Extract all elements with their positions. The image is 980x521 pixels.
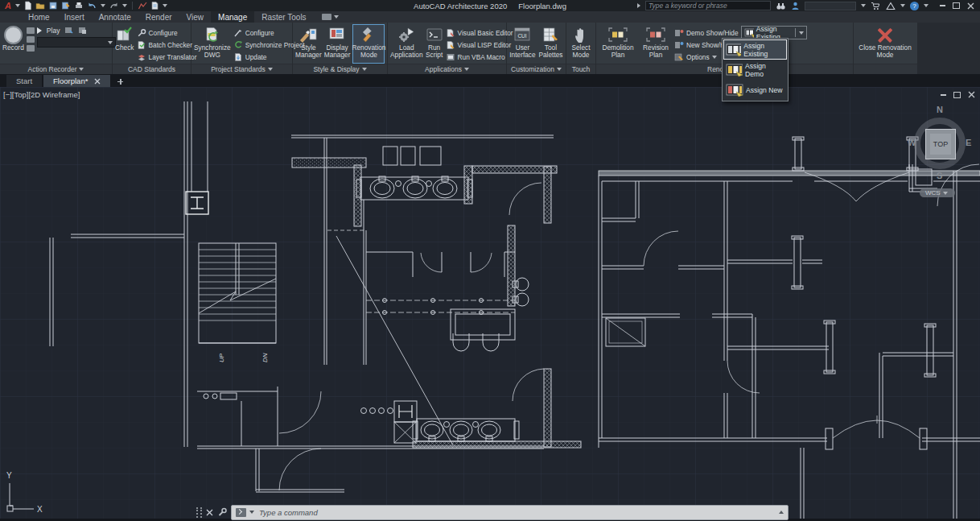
close-icon[interactable]	[967, 2, 974, 10]
record-button[interactable]: Record	[2, 24, 24, 64]
display-manager-button[interactable]: Display Manager	[324, 24, 351, 64]
check-button[interactable]: Check	[115, 24, 134, 64]
insert-base-point-icon[interactable]	[27, 36, 35, 43]
help-icon[interactable]: ?	[910, 2, 919, 10]
tool-palettes-button[interactable]: Tool Palettes	[538, 24, 563, 64]
sign-in-person-icon[interactable]	[791, 2, 800, 10]
tab-render[interactable]: Render	[138, 11, 179, 23]
viewcube-top-face[interactable]: TOP	[925, 129, 956, 159]
cart-icon[interactable]	[871, 2, 881, 10]
assign-caret-icon[interactable]	[799, 31, 804, 35]
undo-caret-icon[interactable]	[101, 4, 105, 7]
viewcube-west[interactable]: W	[908, 138, 916, 147]
search-collapse-icon[interactable]	[637, 3, 640, 8]
user-interface-button[interactable]: CUI User Interface	[509, 24, 536, 64]
redo-caret-icon[interactable]	[122, 4, 127, 7]
play-button[interactable]: Play	[37, 27, 60, 35]
tab-raster-tools[interactable]: Raster Tools	[254, 11, 313, 23]
panel-label-applications[interactable]: Applications	[388, 64, 506, 74]
customize-qat-caret-icon[interactable]	[163, 4, 167, 7]
menu-item-assign-new[interactable]: Assign New	[723, 80, 787, 100]
command-close-icon[interactable]	[206, 509, 213, 516]
configure-standards-button[interactable]: Configure	[137, 27, 197, 39]
doc-minimize-icon[interactable]	[941, 94, 946, 96]
redo-icon[interactable]	[109, 1, 119, 10]
style-manager-button[interactable]: Style Manager	[295, 24, 322, 64]
viewcube-north[interactable]: N	[937, 105, 943, 114]
menu-item-assign-existing[interactable]: Assign Existing	[723, 39, 787, 60]
doc-close-icon[interactable]	[968, 91, 975, 98]
run-vba-macro-button[interactable]: Run VBA Macro	[446, 51, 513, 63]
help-caret-icon[interactable]	[924, 4, 929, 7]
tab-home[interactable]: Home	[21, 11, 57, 23]
app-menu-caret-icon[interactable]	[15, 4, 20, 7]
renovation-mode-button[interactable]: Renovation Mode	[352, 24, 385, 64]
run-script-button[interactable]: Run Script	[426, 24, 443, 64]
file-tab-floorplan[interactable]: Floorplan*	[43, 75, 110, 87]
tab-manage[interactable]: Manage	[211, 11, 254, 23]
drawing-canvas[interactable]: UP DN [−] [Top] [2D Wireframe] N W E S T…	[0, 87, 980, 521]
viewport-minimize-control[interactable]: [−]	[3, 90, 12, 99]
demo-show-hide-button[interactable]: Demo Show/Hide	[674, 27, 739, 39]
account-caret-icon[interactable]	[861, 4, 866, 7]
viewcube[interactable]: N W E S TOP WCS	[908, 105, 972, 200]
recent-commands-icon[interactable]	[236, 508, 246, 517]
command-input[interactable]	[257, 507, 776, 518]
select-mode-button[interactable]: Select Mode	[569, 24, 593, 64]
visual-lisp-editor-button[interactable]: Visual LISP Editor	[446, 39, 513, 51]
manage-action-macro-icon[interactable]	[78, 27, 87, 35]
menu-item-assign-demo[interactable]: Assign Demo	[723, 60, 787, 80]
workspace-icon[interactable]	[322, 14, 331, 20]
account-field[interactable]	[805, 2, 856, 10]
file-tab-start[interactable]: Start	[6, 75, 42, 87]
insert-message-icon[interactable]	[27, 27, 35, 34]
panel-label-action-recorder[interactable]: Action Recorder	[0, 64, 112, 74]
batch-checker-button[interactable]: Batch Checker	[137, 39, 197, 51]
action-macro-select[interactable]	[37, 37, 116, 48]
save-as-icon[interactable]	[61, 1, 71, 10]
tab-insert[interactable]: Insert	[57, 11, 92, 23]
undo-icon[interactable]	[87, 1, 97, 10]
search-input[interactable]	[645, 1, 771, 10]
preference-icon[interactable]	[64, 27, 73, 35]
minimize-icon[interactable]	[940, 5, 945, 6]
plot-icon[interactable]	[74, 1, 84, 10]
layer-translator-button[interactable]: Layer Translator	[137, 51, 197, 63]
wcs-selector[interactable]: WCS	[920, 188, 955, 197]
open-folder-icon[interactable]	[35, 1, 45, 10]
viewport-view-control[interactable]: [Top]	[12, 90, 29, 99]
tab-annotate[interactable]: Annotate	[92, 11, 138, 23]
autocad-logo-icon[interactable]: A	[4, 2, 12, 10]
viewcube-south[interactable]: S	[937, 171, 942, 180]
customize-wrench-icon[interactable]	[217, 507, 227, 517]
new-file-icon[interactable]	[23, 1, 32, 10]
measure-chart-icon[interactable]	[138, 1, 147, 10]
recent-commands-caret-icon[interactable]	[249, 511, 254, 514]
synchronize-dwg-button[interactable]: Synchronize DWG	[194, 24, 231, 64]
revision-plan-button[interactable]: Revision Plan	[640, 24, 672, 64]
viewport-visual-style-control[interactable]: [2D Wireframe]	[28, 90, 80, 99]
panel-label-style-display[interactable]: Style & Display	[293, 64, 387, 74]
command-bar-grip[interactable]	[196, 507, 202, 518]
command-history-expand-icon[interactable]	[779, 511, 784, 514]
panel-label-project-standards[interactable]: Project Standards	[191, 64, 292, 74]
restore-icon[interactable]	[953, 2, 960, 9]
close-renovation-mode-button[interactable]: Close Renovation Mode	[856, 24, 914, 64]
pause-user-input-icon[interactable]	[27, 45, 35, 52]
demolition-plan-button[interactable]: Demolition Plan	[599, 24, 637, 64]
sheet-set-icon[interactable]	[150, 1, 159, 10]
a360-caret-icon[interactable]	[900, 4, 905, 7]
tab-view[interactable]: View	[179, 11, 212, 23]
new-tab-button[interactable]	[115, 76, 126, 87]
search-binoculars-icon[interactable]	[776, 2, 786, 10]
visual-basic-editor-button[interactable]: Visual Basic Editor	[446, 27, 513, 39]
ribbon-display-caret-icon[interactable]	[334, 15, 339, 19]
command-input-field[interactable]	[231, 505, 789, 520]
panel-label-customization[interactable]: Customization	[507, 64, 566, 74]
load-application-button[interactable]: Load Application	[390, 24, 423, 64]
a360-triangle-icon[interactable]	[886, 2, 896, 10]
viewcube-east[interactable]: E	[966, 138, 971, 147]
save-icon[interactable]	[48, 1, 58, 10]
tab-close-icon[interactable]	[94, 78, 101, 85]
doc-restore-icon[interactable]	[953, 92, 961, 98]
